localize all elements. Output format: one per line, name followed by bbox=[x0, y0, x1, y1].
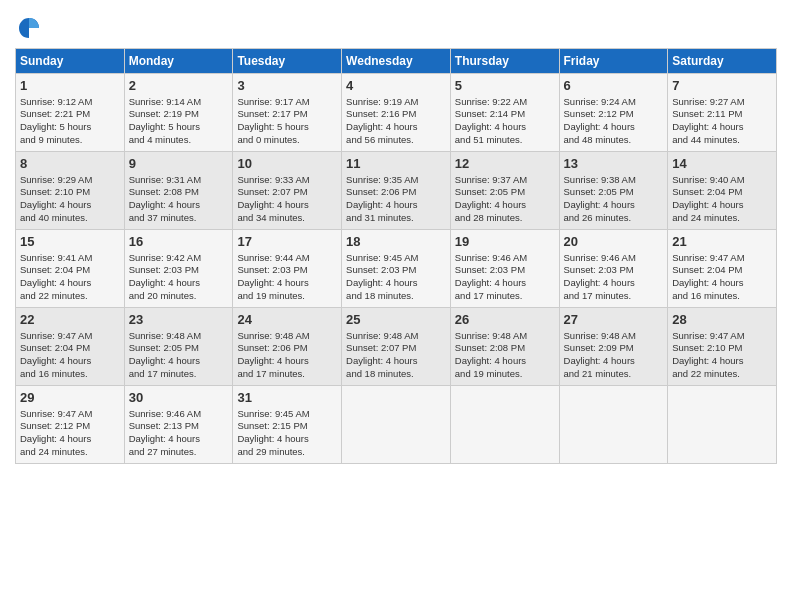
day-number: 1 bbox=[20, 77, 120, 95]
cell-2-4: 19Sunrise: 9:46 AMSunset: 2:03 PMDayligh… bbox=[450, 230, 559, 308]
day-number: 30 bbox=[129, 389, 229, 407]
day-number: 13 bbox=[564, 155, 664, 173]
cell-4-0: 29Sunrise: 9:47 AMSunset: 2:12 PMDayligh… bbox=[16, 386, 125, 464]
cell-3-4: 26Sunrise: 9:48 AMSunset: 2:08 PMDayligh… bbox=[450, 308, 559, 386]
cell-1-3: 11Sunrise: 9:35 AMSunset: 2:06 PMDayligh… bbox=[342, 152, 451, 230]
col-sunday: Sunday bbox=[16, 49, 125, 74]
calendar-table: Sunday Monday Tuesday Wednesday Thursday… bbox=[15, 48, 777, 464]
cell-3-1: 23Sunrise: 9:48 AMSunset: 2:05 PMDayligh… bbox=[124, 308, 233, 386]
col-wednesday: Wednesday bbox=[342, 49, 451, 74]
day-number: 19 bbox=[455, 233, 555, 251]
cell-4-1: 30Sunrise: 9:46 AMSunset: 2:13 PMDayligh… bbox=[124, 386, 233, 464]
cell-4-2: 31Sunrise: 9:45 AMSunset: 2:15 PMDayligh… bbox=[233, 386, 342, 464]
col-thursday: Thursday bbox=[450, 49, 559, 74]
col-monday: Monday bbox=[124, 49, 233, 74]
cell-3-5: 27Sunrise: 9:48 AMSunset: 2:09 PMDayligh… bbox=[559, 308, 668, 386]
cell-1-1: 9Sunrise: 9:31 AMSunset: 2:08 PMDaylight… bbox=[124, 152, 233, 230]
cell-2-5: 20Sunrise: 9:46 AMSunset: 2:03 PMDayligh… bbox=[559, 230, 668, 308]
cell-2-6: 21Sunrise: 9:47 AMSunset: 2:04 PMDayligh… bbox=[668, 230, 777, 308]
cell-1-2: 10Sunrise: 9:33 AMSunset: 2:07 PMDayligh… bbox=[233, 152, 342, 230]
cell-2-0: 15Sunrise: 9:41 AMSunset: 2:04 PMDayligh… bbox=[16, 230, 125, 308]
day-number: 23 bbox=[129, 311, 229, 329]
day-number: 22 bbox=[20, 311, 120, 329]
cell-4-4 bbox=[450, 386, 559, 464]
day-number: 9 bbox=[129, 155, 229, 173]
day-number: 7 bbox=[672, 77, 772, 95]
day-number: 21 bbox=[672, 233, 772, 251]
cell-0-4: 5Sunrise: 9:22 AMSunset: 2:14 PMDaylight… bbox=[450, 74, 559, 152]
cell-3-3: 25Sunrise: 9:48 AMSunset: 2:07 PMDayligh… bbox=[342, 308, 451, 386]
day-number: 25 bbox=[346, 311, 446, 329]
col-saturday: Saturday bbox=[668, 49, 777, 74]
day-number: 11 bbox=[346, 155, 446, 173]
cell-0-1: 2Sunrise: 9:14 AMSunset: 2:19 PMDaylight… bbox=[124, 74, 233, 152]
cell-1-6: 14Sunrise: 9:40 AMSunset: 2:04 PMDayligh… bbox=[668, 152, 777, 230]
day-number: 28 bbox=[672, 311, 772, 329]
cell-0-2: 3Sunrise: 9:17 AMSunset: 2:17 PMDaylight… bbox=[233, 74, 342, 152]
cell-0-0: 1Sunrise: 9:12 AMSunset: 2:21 PMDaylight… bbox=[16, 74, 125, 152]
day-number: 15 bbox=[20, 233, 120, 251]
cell-0-3: 4Sunrise: 9:19 AMSunset: 2:16 PMDaylight… bbox=[342, 74, 451, 152]
cell-0-6: 7Sunrise: 9:27 AMSunset: 2:11 PMDaylight… bbox=[668, 74, 777, 152]
day-number: 17 bbox=[237, 233, 337, 251]
cell-1-4: 12Sunrise: 9:37 AMSunset: 2:05 PMDayligh… bbox=[450, 152, 559, 230]
day-number: 3 bbox=[237, 77, 337, 95]
day-number: 4 bbox=[346, 77, 446, 95]
cell-1-5: 13Sunrise: 9:38 AMSunset: 2:05 PMDayligh… bbox=[559, 152, 668, 230]
col-tuesday: Tuesday bbox=[233, 49, 342, 74]
cell-3-6: 28Sunrise: 9:47 AMSunset: 2:10 PMDayligh… bbox=[668, 308, 777, 386]
cell-1-0: 8Sunrise: 9:29 AMSunset: 2:10 PMDaylight… bbox=[16, 152, 125, 230]
day-number: 2 bbox=[129, 77, 229, 95]
day-number: 8 bbox=[20, 155, 120, 173]
cell-4-6 bbox=[668, 386, 777, 464]
day-number: 29 bbox=[20, 389, 120, 407]
cell-2-2: 17Sunrise: 9:44 AMSunset: 2:03 PMDayligh… bbox=[233, 230, 342, 308]
day-number: 26 bbox=[455, 311, 555, 329]
cell-4-3 bbox=[342, 386, 451, 464]
cell-3-0: 22Sunrise: 9:47 AMSunset: 2:04 PMDayligh… bbox=[16, 308, 125, 386]
day-number: 12 bbox=[455, 155, 555, 173]
cell-4-5 bbox=[559, 386, 668, 464]
day-number: 16 bbox=[129, 233, 229, 251]
cell-0-5: 6Sunrise: 9:24 AMSunset: 2:12 PMDaylight… bbox=[559, 74, 668, 152]
week-row-2: 15Sunrise: 9:41 AMSunset: 2:04 PMDayligh… bbox=[16, 230, 777, 308]
day-number: 5 bbox=[455, 77, 555, 95]
day-number: 6 bbox=[564, 77, 664, 95]
cell-3-2: 24Sunrise: 9:48 AMSunset: 2:06 PMDayligh… bbox=[233, 308, 342, 386]
week-row-0: 1Sunrise: 9:12 AMSunset: 2:21 PMDaylight… bbox=[16, 74, 777, 152]
header-row: Sunday Monday Tuesday Wednesday Thursday… bbox=[16, 49, 777, 74]
week-row-3: 22Sunrise: 9:47 AMSunset: 2:04 PMDayligh… bbox=[16, 308, 777, 386]
day-number: 10 bbox=[237, 155, 337, 173]
cell-2-3: 18Sunrise: 9:45 AMSunset: 2:03 PMDayligh… bbox=[342, 230, 451, 308]
day-number: 14 bbox=[672, 155, 772, 173]
logo-icon bbox=[15, 14, 43, 42]
week-row-1: 8Sunrise: 9:29 AMSunset: 2:10 PMDaylight… bbox=[16, 152, 777, 230]
cell-2-1: 16Sunrise: 9:42 AMSunset: 2:03 PMDayligh… bbox=[124, 230, 233, 308]
page: Sunday Monday Tuesday Wednesday Thursday… bbox=[0, 0, 792, 612]
day-number: 27 bbox=[564, 311, 664, 329]
week-row-4: 29Sunrise: 9:47 AMSunset: 2:12 PMDayligh… bbox=[16, 386, 777, 464]
day-number: 31 bbox=[237, 389, 337, 407]
day-number: 24 bbox=[237, 311, 337, 329]
day-number: 20 bbox=[564, 233, 664, 251]
logo bbox=[15, 14, 47, 42]
col-friday: Friday bbox=[559, 49, 668, 74]
header bbox=[15, 10, 777, 42]
day-number: 18 bbox=[346, 233, 446, 251]
